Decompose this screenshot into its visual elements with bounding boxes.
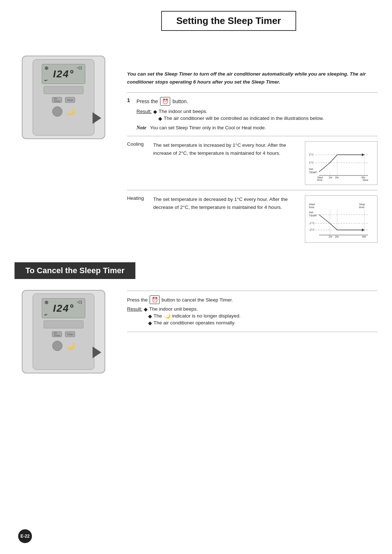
- page-number: E-22: [18, 529, 32, 543]
- cancel-timer-icon: [150, 295, 160, 304]
- cancel-on-timer-btn: OnTimer: [52, 331, 62, 337]
- cancel-remote-body: ❄ ◁) I24° ↩ OnTimer Timer 🌙: [33, 294, 94, 370]
- cancel-title-wrapper: To Cancel the Sleep Timer: [15, 262, 377, 279]
- svg-text:2hr: 2hr: [335, 176, 339, 179]
- svg-text:Set: Set: [309, 211, 314, 214]
- result-text-1: The indoor unit beeps.: [159, 109, 207, 114]
- svg-text:6hr: 6hr: [362, 235, 366, 238]
- svg-text:time: time: [309, 206, 315, 209]
- svg-text:-1°C: -1°C: [309, 222, 315, 225]
- heating-diagram-svg: Start time Stop time Set TEMP. -1°C -2°C: [308, 199, 373, 239]
- snowflake-icon: ❄: [44, 65, 49, 71]
- on-timer-btn: OnTimer: [52, 97, 62, 103]
- cancel-title: To Cancel the Sleep Timer: [15, 262, 135, 279]
- cancel-bullet-1: ◆: [144, 306, 148, 312]
- cancel-remote-screen: ❄ ◁) I24° ↩: [42, 298, 85, 318]
- press-pre-text: Press the: [136, 98, 158, 104]
- svg-marker-7: [362, 153, 364, 156]
- svg-text:2hr: 2hr: [335, 235, 339, 238]
- remote-button-row1: OnTimer Timer: [33, 97, 94, 103]
- svg-text:-2°C: -2°C: [309, 228, 315, 231]
- cooling-desc: The set temperature is increased by 1°C …: [153, 141, 301, 158]
- svg-text:2°C: 2°C: [309, 153, 314, 156]
- cancel-title-container: To Cancel the Sleep Timer: [15, 262, 135, 279]
- cancel-circle-btn: [52, 341, 62, 351]
- left-column: ❄ ◁) I24° ↩ OnTimer Timer 🌙: [15, 52, 123, 248]
- top-section: ❄ ◁) I24° ↩ OnTimer Timer 🌙: [15, 52, 377, 248]
- sound-icon: ◁): [77, 65, 83, 70]
- page-title-box: Setting the Sleep Timer: [161, 11, 296, 31]
- cancel-remote-image: ❄ ◁) I24° ↩ OnTimer Timer 🌙: [22, 290, 105, 373]
- cancel-result-line-2: ◆ The ·🌙 indicator is no longer displaye…: [148, 313, 377, 319]
- cancel-sleep-indicator-icon: ·🌙: [163, 313, 171, 319]
- remote-body: ❄ ◁) I24° ↩ OnTimer Timer 🌙: [33, 59, 94, 136]
- svg-marker-0: [93, 112, 101, 124]
- result-line-1: Result: ◆ The indoor unit beeps.: [136, 109, 377, 114]
- bullet-1: ◆: [153, 109, 157, 114]
- remote-screen: ❄ ◁) I24° ↩: [42, 64, 85, 84]
- cancel-bullet-3: ◆: [148, 320, 152, 326]
- circle-btn-1: [52, 106, 62, 117]
- timer-btn: Timer: [65, 97, 75, 103]
- cancel-divider-top: [127, 291, 377, 291]
- bullet-2: ◆: [158, 116, 162, 121]
- display-number: I24°: [53, 68, 74, 80]
- cancel-result-line-3: ◆ The air conditioner operates normally.: [148, 320, 377, 326]
- result-block: Result: ◆ The indoor unit beeps. ◆ The a…: [136, 109, 377, 121]
- page: Setting the Sleep Timer ❄ ◁) I24° ↩ OnTi…: [0, 0, 392, 554]
- divider-1: [127, 92, 377, 93]
- cancel-result-label: Result:: [127, 306, 142, 312]
- cancel-timer-btn: Timer: [65, 331, 75, 337]
- svg-text:Set: Set: [309, 167, 314, 171]
- cancel-left-col: ❄ ◁) I24° ↩ OnTimer Timer 🌙: [15, 286, 123, 373]
- cancel-result-3: The air conditioner operates normally.: [154, 320, 236, 325]
- cancel-btn-row1: OnTimer Timer: [33, 331, 94, 337]
- result-line-2: ◆ The air conditioner will be controlled…: [158, 116, 377, 121]
- cancel-press-pre: Press the: [127, 297, 148, 303]
- result-text-2: The air conditioner will be controlled a…: [164, 116, 324, 121]
- cancel-bullet-2: ◆: [148, 313, 152, 319]
- cancel-arrow-indicator: [93, 347, 101, 359]
- heating-row: Heating The set temperature is decreased…: [127, 190, 377, 248]
- cancel-result-pre-2: The: [154, 313, 162, 319]
- note-label: Note: [136, 125, 146, 131]
- press-line: Press the button.: [136, 97, 377, 106]
- temp-section: Cooling The set temperature is increased…: [127, 136, 377, 248]
- svg-text:time: time: [359, 206, 365, 209]
- cancel-press-line: Press the button to cancel the Sleep Tim…: [127, 295, 377, 304]
- svg-marker-38: [93, 347, 101, 358]
- intro-text: You can set the Sleep Timer to turn off …: [127, 70, 377, 86]
- step-content: Press the button. Result: ◆ The indoor u…: [136, 97, 377, 131]
- cancel-snowflake-icon: ❄: [44, 300, 49, 306]
- result-label: Result:: [136, 109, 152, 114]
- svg-text:1°C: 1°C: [309, 161, 314, 164]
- heating-mode-label: Heating: [127, 195, 150, 201]
- svg-text:time: time: [317, 178, 322, 181]
- cancel-sleep-icon: 🌙: [67, 341, 75, 351]
- signal-icon: ↩: [44, 78, 48, 82]
- cancel-result-post-2: indicator is no longer displayed.: [172, 313, 241, 319]
- cooling-row: Cooling The set temperature is increased…: [127, 136, 377, 190]
- step-1-row: 1 Press the button. Result: ◆ The indoor…: [127, 97, 377, 131]
- cancel-result-1: The indoor unit beeps.: [149, 306, 198, 312]
- cooling-diagram: 2°C 1°C Set TEMP.: [305, 141, 377, 185]
- step-number: 1: [127, 97, 134, 131]
- svg-text:1hr: 1hr: [328, 235, 332, 238]
- remote-mid-bar: [44, 86, 83, 94]
- remote-button-row2: 🌙: [33, 106, 94, 117]
- svg-text:TEMP.: TEMP.: [309, 214, 317, 217]
- note-row: Note You can set Sleep Timer only in the…: [136, 125, 377, 131]
- cancel-content-row: ❄ ◁) I24° ↩ OnTimer Timer 🌙: [15, 286, 377, 373]
- page-title: Setting the Sleep Timer: [176, 15, 281, 27]
- cancel-right-col: Press the button to cancel the Sleep Tim…: [123, 286, 377, 373]
- cooling-mode-label: Cooling: [127, 141, 150, 147]
- cancel-sound-icon: ◁): [77, 300, 83, 304]
- cancel-btn-row2: 🌙: [33, 341, 94, 351]
- cancel-result-line-0: Result: ◆ The indoor unit beeps.: [127, 306, 377, 312]
- svg-text:1hr: 1hr: [328, 176, 332, 179]
- cooling-diagram-svg: 2°C 1°C Set TEMP.: [308, 145, 373, 181]
- remote-image: ❄ ◁) I24° ↩ OnTimer Timer 🌙: [22, 56, 105, 139]
- right-column: You can set the Sleep Timer to turn off …: [123, 52, 377, 248]
- cancel-remote-mid: [44, 320, 83, 328]
- press-post-text: button.: [172, 98, 188, 104]
